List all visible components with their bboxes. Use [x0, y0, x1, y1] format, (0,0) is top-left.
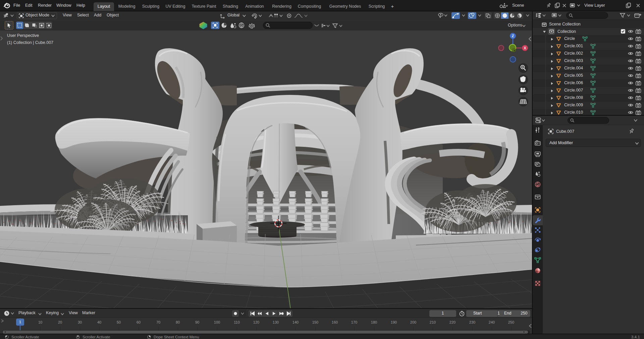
svg-text:(1) Collection | Cube.007: (1) Collection | Cube.007: [7, 40, 53, 45]
svg-text:Z: Z: [512, 34, 514, 38]
svg-text:X: X: [524, 46, 526, 50]
svg-text:User Perspective: User Perspective: [7, 33, 39, 38]
